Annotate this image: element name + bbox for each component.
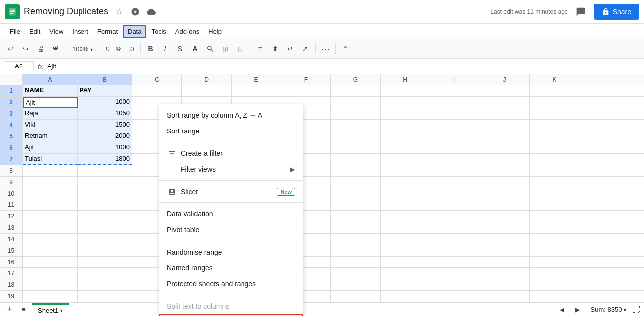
menu-data[interactable]: Data [123, 25, 146, 38]
cell-g1[interactable] [331, 85, 381, 96]
cell-g7[interactable] [331, 154, 381, 165]
sort-range-item[interactable]: Sort range [159, 123, 303, 139]
remove-duplicates-item[interactable]: Remove duplicates [159, 314, 303, 316]
cell-h4[interactable] [381, 120, 430, 131]
comments-button[interactable] [572, 3, 590, 21]
cell-b4[interactable]: 1500 [78, 120, 132, 131]
zoom-control[interactable]: 100% ▾ [69, 44, 96, 54]
cell-i5[interactable] [430, 131, 480, 142]
col-header-g[interactable]: G [331, 74, 381, 85]
cell-a4[interactable]: Viki [23, 120, 78, 131]
add-sheet-button[interactable]: + [4, 304, 16, 316]
cell-f1[interactable] [281, 85, 331, 96]
drive-icon[interactable] [128, 5, 142, 19]
cell-j2[interactable] [480, 97, 530, 108]
formula-input[interactable] [47, 63, 640, 70]
pivot-table-item[interactable]: Pivot table [159, 222, 303, 238]
sort-range-col-a-item[interactable]: Sort range by column A, Z → A [159, 107, 303, 123]
cell-i1[interactable] [430, 85, 480, 96]
cell-i2[interactable] [430, 97, 480, 108]
cell-a6[interactable]: Ajit [23, 142, 78, 153]
menu-view[interactable]: View [45, 26, 67, 37]
borders-button[interactable]: ⊞ [218, 42, 232, 56]
cell-i7[interactable] [430, 154, 480, 165]
cell-k6[interactable] [530, 142, 579, 153]
menu-edit[interactable]: Edit [25, 26, 44, 37]
slicer-item[interactable]: Slicer New [159, 184, 303, 199]
cell-k4[interactable] [530, 120, 579, 131]
percent-button[interactable]: % [113, 44, 125, 54]
cell-d1[interactable] [182, 85, 232, 96]
menu-help[interactable]: Help [204, 26, 226, 37]
valign-button[interactable]: ⬍ [268, 42, 282, 56]
paint-format-button[interactable] [49, 42, 63, 56]
cell-a2[interactable]: Ajit [23, 97, 78, 108]
cell-h2[interactable] [381, 97, 430, 108]
cell-i4[interactable] [430, 120, 480, 131]
highlight-button[interactable] [203, 42, 217, 56]
cell-g5[interactable] [331, 131, 381, 142]
sheet-tab-sheet1[interactable]: Sheet1 ▾ [32, 303, 69, 316]
data-validation-item[interactable]: Data validation [159, 206, 303, 222]
cell-h3[interactable] [381, 108, 430, 119]
col-header-a[interactable]: A [23, 74, 78, 85]
protected-sheets-item[interactable]: Protected sheets and ranges [159, 276, 303, 292]
menu-tools[interactable]: Tools [147, 26, 170, 37]
cell-h1[interactable] [381, 85, 430, 96]
cell-b8[interactable] [78, 165, 132, 176]
scroll-right-button[interactable]: ▶ [571, 303, 585, 317]
named-ranges-item[interactable]: Named ranges [159, 260, 303, 276]
cell-a8[interactable] [23, 165, 78, 176]
cell-b6[interactable]: 1000 [78, 142, 132, 153]
cell-a7[interactable]: Tulasi [23, 154, 78, 165]
decimal-button[interactable]: .0 [126, 44, 137, 54]
strikethrough-button[interactable]: S [173, 42, 187, 56]
menu-insert[interactable]: Insert [68, 26, 92, 37]
cell-g3[interactable] [331, 108, 381, 119]
cell-j4[interactable] [480, 120, 530, 131]
col-header-e[interactable]: E [232, 74, 281, 85]
cell-g6[interactable] [331, 142, 381, 153]
align-button[interactable]: ≡ [253, 42, 267, 56]
menu-file[interactable]: File [6, 26, 24, 37]
italic-button[interactable]: I [159, 42, 172, 56]
cell-k3[interactable] [530, 108, 579, 119]
col-header-d[interactable]: D [182, 74, 232, 85]
cell-i3[interactable] [430, 108, 480, 119]
star-icon[interactable]: ☆ [112, 5, 126, 19]
randomise-range-item[interactable]: Randomise range [159, 244, 303, 260]
cell-j7[interactable] [480, 154, 530, 165]
create-filter-item[interactable]: Create a filter [159, 145, 303, 161]
share-button[interactable]: Share [594, 4, 639, 20]
cell-a1[interactable]: NAME [23, 85, 78, 96]
more-toolbar-button[interactable]: ⋯ [319, 42, 332, 56]
text-color-button[interactable]: A [188, 42, 202, 56]
cell-b2[interactable]: 1000 [78, 97, 132, 108]
col-header-j[interactable]: J [480, 74, 530, 85]
undo-button[interactable]: ↩ [4, 42, 18, 56]
redo-button[interactable]: ↪ [19, 42, 33, 56]
filter-views-item[interactable]: Filter views ▶ [159, 161, 303, 177]
bold-button[interactable]: B [144, 42, 158, 56]
collapse-toolbar-button[interactable]: ⌃ [339, 42, 353, 56]
cell-e1[interactable] [232, 85, 281, 96]
cell-k5[interactable] [530, 131, 579, 142]
cell-j5[interactable] [480, 131, 530, 142]
merge-button[interactable]: ⊟ [233, 42, 247, 56]
cell-j1[interactable] [480, 85, 530, 96]
col-header-h[interactable]: H [381, 74, 430, 85]
cell-j3[interactable] [480, 108, 530, 119]
cell-h5[interactable] [381, 131, 430, 142]
currency-button[interactable]: £ [102, 44, 112, 54]
cell-c1[interactable] [132, 85, 182, 96]
col-header-f[interactable]: F [281, 74, 331, 85]
cell-g2[interactable] [331, 97, 381, 108]
cell-reference-input[interactable]: A2 [4, 61, 34, 71]
cell-b1[interactable]: PAY [78, 85, 132, 96]
cell-k7[interactable] [530, 154, 579, 165]
expand-button[interactable]: ⛶ [632, 305, 640, 314]
cell-k2[interactable] [530, 97, 579, 108]
cell-a3[interactable]: Raja [23, 108, 78, 119]
menu-addons[interactable]: Add-ons [171, 26, 203, 37]
col-header-k[interactable]: K [530, 74, 579, 85]
